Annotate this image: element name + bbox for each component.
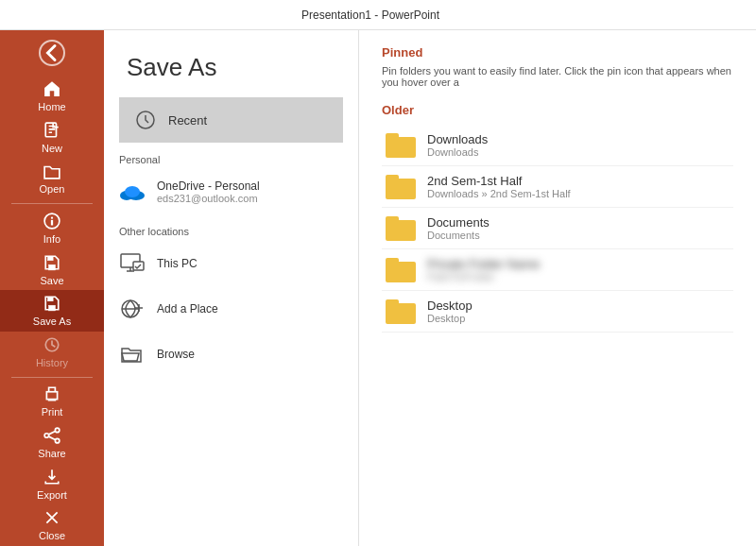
svg-point-16 [125,186,140,197]
pinned-description: Pin folders you want to easily find late… [382,65,733,88]
folder-documents-path: Documents [427,230,490,241]
clock-icon [135,110,156,130]
folder-desktop[interactable]: Desktop Desktop [382,291,733,333]
back-button[interactable] [0,38,104,68]
svg-point-10 [55,428,60,433]
home-icon [43,80,60,97]
onedrive-text: OneDrive - Personal eds231@outlook.com [157,179,260,204]
svg-rect-3 [51,220,53,226]
folder-downloads-path: Downloads [427,146,488,158]
folder-downloads-name: Downloads [427,132,488,146]
sidebar-item-share[interactable]: Share [0,422,104,464]
older-title: Older [382,103,733,117]
new-icon [43,122,60,139]
pinned-title: Pinned [382,45,733,60]
sidebar-divider-2 [11,377,93,378]
folder-documents-text: Documents Documents [427,215,490,241]
other-locations-header: Other locations [104,214,358,241]
sidebar-item-info-label: Info [43,233,60,245]
this-pc-text: This PC [157,257,198,270]
sidebar-item-save-as[interactable]: Save As [0,290,104,332]
sidebar-item-new-label: New [42,143,62,154]
add-place-icon [119,296,146,322]
right-panel: Pinned Pin folders you want to easily fi… [359,30,756,546]
recent-button[interactable]: Recent [119,97,343,143]
add-place-location[interactable]: Add a Place [104,286,358,332]
close-icon [43,509,60,526]
svg-rect-5 [48,256,54,261]
browse-text: Browse [157,348,195,361]
browse-location[interactable]: Browse [104,332,358,377]
folder-blurred[interactable]: Private Folder Name Path/To/Folder [382,249,733,291]
save-as-icon [43,295,60,312]
title-bar-text: Presentation1 - PowerPoint [301,9,439,22]
folder-downloads-text: Downloads Downloads [427,132,488,158]
add-place-name: Add a Place [157,302,218,316]
folder-desktop-path: Desktop [427,313,472,324]
this-pc-name: This PC [157,257,198,270]
folder-2nd-sem[interactable]: 2nd Sem-1st Half Downloads » 2nd Sem-1st… [382,166,733,208]
sidebar-item-history-label: History [36,357,68,368]
svg-point-11 [44,434,49,438]
sidebar-item-export[interactable]: Export [0,464,104,505]
svg-rect-4 [49,264,56,270]
page-title: Save As [104,30,358,97]
sidebar-item-home[interactable]: Home [0,76,104,117]
onedrive-location[interactable]: OneDrive - Personal eds231@outlook.com [104,169,358,214]
sidebar-item-open[interactable]: Open [0,159,104,200]
sidebar-item-close[interactable]: Close [0,504,104,546]
sidebar-divider-1 [11,203,93,204]
onedrive-cloud-icon [119,182,146,201]
folder-blurred-text: Private Folder Name Path/To/Folder [427,257,540,282]
content-area: Save As Recent Personal [104,30,756,546]
browse-name: Browse [157,348,195,361]
onedrive-icon [119,179,146,205]
info-icon [43,213,60,230]
folder-documents[interactable]: Documents Documents [382,208,733,249]
save-icon [43,254,60,271]
sidebar-item-history: History [0,332,104,373]
onedrive-sub: eds231@outlook.com [157,193,260,204]
computer-icon [120,253,145,274]
pc-icon [119,250,146,277]
onedrive-name: OneDrive - Personal [157,179,260,193]
folder-documents-name: Documents [427,215,490,230]
svg-rect-9 [46,392,57,400]
sidebar-item-share-label: Share [38,448,65,459]
share-icon [43,427,60,444]
export-icon [43,469,60,486]
sidebar-item-new[interactable]: New [0,117,104,159]
folder-2nd-sem-name: 2nd Sem-1st Half [427,174,571,188]
folder-icon-documents [386,216,416,241]
folder-desktop-name: Desktop [427,299,472,313]
folder-downloads[interactable]: Downloads Downloads [382,125,733,166]
browse-icon [119,341,146,367]
this-pc-location[interactable]: This PC [104,241,358,286]
folder-icon-blurred [386,258,416,282]
recent-label: Recent [168,113,207,128]
sidebar-item-save-label: Save [40,275,63,286]
folder-icon-downloads [386,133,416,158]
sidebar-item-home-label: Home [38,101,65,112]
sidebar-item-info[interactable]: Info [0,208,104,249]
print-icon [43,385,60,402]
sidebar-item-save[interactable]: Save [0,249,104,291]
svg-point-2 [51,216,53,218]
add-place-text: Add a Place [157,302,218,316]
sidebar-item-open-label: Open [40,183,65,195]
folder-2nd-sem-text: 2nd Sem-1st Half Downloads » 2nd Sem-1st… [427,174,571,199]
svg-rect-6 [49,305,56,311]
sidebar-item-print[interactable]: Print [0,382,104,423]
back-icon [39,40,65,66]
folder-icon-desktop [386,299,416,324]
open-icon [43,162,60,179]
globe-plus-icon [120,299,145,319]
folder-2nd-sem-path: Downloads » 2nd Sem-1st Half [427,188,571,199]
main-layout: Home New Open Info Save Save As History [0,30,756,546]
sidebar-item-save-as-label: Save As [33,316,71,327]
left-panel: Save As Recent Personal [104,30,359,546]
folder-blurred-path: Path/To/Folder [427,271,540,282]
folder-icon-2nd-sem [386,175,416,199]
folder-desktop-text: Desktop Desktop [427,299,472,324]
sidebar: Home New Open Info Save Save As History [0,30,104,546]
